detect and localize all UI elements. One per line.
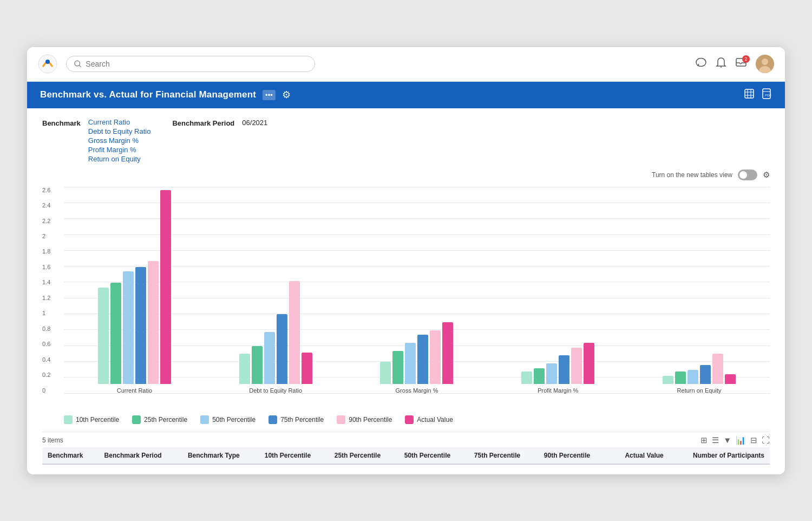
table-cols-icon[interactable]: ⊟ [750,435,757,445]
search-bar[interactable] [66,56,315,72]
bar-group-section: Return on Equity [628,354,770,394]
chart-bar[interactable] [264,332,275,384]
table-list-icon[interactable]: ☰ [712,435,719,445]
toggle-row: Turn on the new tables view ⚙ [42,170,770,180]
table-column-header: Benchmark Type [182,447,259,464]
chart-bar[interactable] [430,330,441,384]
chart-bar[interactable] [239,354,250,384]
y-axis-label: 2 [42,233,58,239]
top-navigation: 2 [27,47,785,82]
benchmark-link-current-ratio[interactable]: Current Ratio [88,118,151,126]
table-column-header: 10th Percentile [259,447,329,464]
bar-group-label: Return on Equity [677,387,722,394]
svg-point-1 [45,60,50,64]
chat-icon[interactable] [695,57,707,71]
svg-point-2 [75,61,80,66]
chart-bar[interactable] [675,372,686,384]
chart-bar[interactable] [417,335,428,384]
chart-area: 00.20.40.60.811.21.41.61.822.22.42.6 Cur… [42,183,770,410]
filter-icon[interactable]: ⚙ [282,89,291,101]
table-column-header: Benchmark [42,447,99,464]
header-bar-icons: PDF [744,88,772,102]
chart-bar[interactable] [571,348,582,384]
export-excel-icon[interactable] [744,88,755,102]
bar-group-section: Current Ratio [64,190,205,394]
benchmark-link-gross-margin[interactable]: Gross Margin % [88,136,151,145]
legend-label: Actual Value [417,416,453,424]
chart-bar[interactable] [521,372,532,384]
chart-bar[interactable] [289,281,300,384]
chart-bar[interactable] [700,365,711,384]
svg-text:PDF: PDF [765,94,771,97]
table-expand-icon[interactable]: ⛶ [762,435,770,445]
legend-color [405,415,414,424]
chart-bar[interactable] [252,346,263,384]
legend-color [337,415,345,424]
more-options-button[interactable]: ••• [263,90,276,100]
table-header-row: BenchmarkBenchmark PeriodBenchmark Type1… [42,447,770,464]
chart-legend: 10th Percentile25th Percentile50th Perce… [42,410,770,432]
benchmark-links: Current Ratio Debt to Equity Ratio Gross… [88,118,151,163]
export-pdf-icon[interactable]: PDF [761,88,772,102]
chart-bar[interactable] [380,362,391,384]
table-filter-icon[interactable]: ▼ [723,435,731,445]
table-chart-icon[interactable]: 📊 [736,435,746,445]
table-column-header: 25th Percentile [329,447,399,464]
chart-bar[interactable] [712,354,723,384]
chart-bar[interactable] [442,322,453,384]
period-group: Benchmark Period 06/2021 [172,118,267,127]
chart-bar[interactable] [110,283,121,384]
svg-point-8 [762,58,768,65]
chart-settings-icon[interactable]: ⚙ [763,170,770,180]
main-content: Benchmark Current Ratio Debt to Equity R… [27,108,785,474]
legend-label: 90th Percentile [349,416,392,424]
chart-bar[interactable] [148,261,159,384]
chart-bar[interactable] [534,368,545,384]
bar-group-section: Profit Margin % [487,343,628,394]
benchmark-link-debt-equity[interactable]: Debt to Equity Ratio [88,127,151,135]
legend-item: 90th Percentile [337,415,392,424]
y-axis-label: 1.8 [42,248,58,255]
bar-group-section: Gross Margin % [346,322,488,394]
period-label: Benchmark Period [172,118,234,127]
y-axis-label: 2.2 [42,218,58,224]
chart-bar[interactable] [663,376,673,384]
y-axis-label: 1.6 [42,264,58,270]
chart-bar[interactable] [123,271,134,384]
benchmark-label: Benchmark [42,118,81,127]
legend-color [269,415,277,424]
new-tables-toggle[interactable] [738,170,757,180]
legend-item: 75th Percentile [269,415,324,424]
benchmark-link-return-equity[interactable]: Return on Equity [88,155,151,163]
search-icon [74,60,81,68]
chart-bar[interactable] [584,343,594,384]
page-title: Benchmark vs. Actual for Financial Manag… [40,89,256,100]
chart-bar[interactable] [135,267,146,384]
y-axis-label: 1 [42,310,58,316]
notification-icon[interactable] [716,57,726,71]
benchmark-link-profit-margin[interactable]: Profit Margin % [88,146,151,154]
chart-bar[interactable] [98,288,109,384]
chart-bar[interactable] [559,355,569,384]
chart-main: Current RatioDebt to Equity RatioGross M… [64,183,770,410]
legend-color [132,415,141,424]
chart-bar[interactable] [687,370,698,384]
chart-bar[interactable] [405,343,416,384]
table-grid-icon[interactable]: ⊞ [700,435,708,445]
chart-bar[interactable] [160,190,171,384]
user-avatar[interactable] [756,55,774,73]
y-axis-label: 0.4 [42,356,58,363]
inbox-icon[interactable]: 2 [735,57,747,71]
y-axis-label: 2.4 [42,202,58,209]
legend-label: 50th Percentile [212,416,256,424]
y-axis-label: 0.8 [42,325,58,332]
chart-bar[interactable] [277,314,287,384]
chart-bar[interactable] [392,351,403,384]
table-column-header: 90th Percentile [539,447,608,464]
workday-logo[interactable] [38,54,57,74]
search-input[interactable] [86,60,307,68]
chart-bar[interactable] [546,363,557,384]
table-column-header: 75th Percentile [469,447,539,464]
chart-bar[interactable] [725,374,736,384]
chart-bar[interactable] [302,353,312,384]
